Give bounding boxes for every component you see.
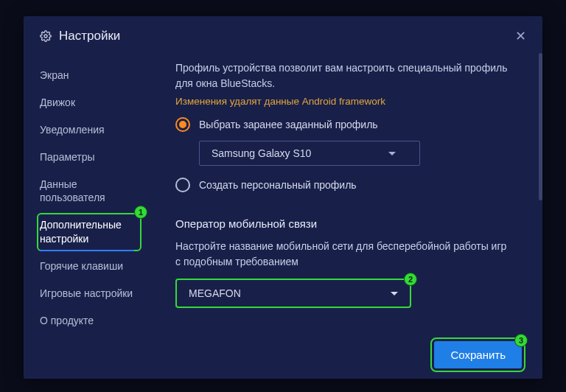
radio-preset-label: Выбрать заранее заданный профиль xyxy=(199,119,378,130)
scroll-inner: Профиль устройства позволит вам настроит… xyxy=(175,53,514,308)
close-icon[interactable]: ✕ xyxy=(512,27,529,46)
sidebar-item-userdata[interactable]: Данные пользователя xyxy=(24,171,155,212)
modal-title: Настройки xyxy=(59,29,120,43)
annotation-badge-1: 1 xyxy=(134,206,147,219)
chevron-down-icon xyxy=(388,152,396,155)
device-profile-desc: Профиль устройства позволит вам настроит… xyxy=(175,60,514,91)
modal-body: Экран Движок Уведомления Параметры Данны… xyxy=(24,53,542,379)
radio-button-selected-icon xyxy=(175,117,190,132)
sidebar-item-hotkeys[interactable]: Горячие клавиши xyxy=(24,253,155,280)
operator-select-wrapper: MEGAFON 2 xyxy=(175,279,411,308)
sidebar-item-game-settings[interactable]: Игровые настройки xyxy=(24,280,155,307)
scrollbar[interactable] xyxy=(539,53,542,200)
device-profile-selected: Samsung Galaxy S10 xyxy=(212,147,311,159)
content-panel: Профиль устройства позволит вам настроит… xyxy=(155,53,542,379)
annotation-badge-3: 3 xyxy=(514,334,528,347)
sidebar-item-screen[interactable]: Экран xyxy=(24,62,155,89)
sidebar-item-label: Дополнительные настройки xyxy=(40,219,122,245)
settings-modal: Настройки ✕ Экран Движок Уведомления Пар… xyxy=(24,16,542,379)
gear-icon xyxy=(40,30,52,42)
radio-button-unselected-icon xyxy=(175,178,190,192)
modal-header: Настройки ✕ xyxy=(24,16,542,53)
radio-custom-label: Создать персональный профиль xyxy=(199,179,357,191)
save-button[interactable]: Сохранить xyxy=(434,341,522,368)
annotation-badge-2: 2 xyxy=(404,273,417,286)
operator-select[interactable]: MEGAFON xyxy=(175,279,411,308)
device-profile-warning: Изменения удалят данные Android framewor… xyxy=(175,96,514,107)
operator-selected: MEGAFON xyxy=(189,287,241,299)
operator-desc: Настройте название мобильной сети для бе… xyxy=(175,239,514,270)
operator-heading: Оператор мобильной связи xyxy=(175,217,514,230)
radio-preset-row[interactable]: Выбрать заранее заданный профиль xyxy=(175,117,514,132)
sidebar-item-notifications[interactable]: Уведомления xyxy=(24,116,155,144)
sidebar: Экран Движок Уведомления Параметры Данны… xyxy=(24,53,155,379)
footer: Сохранить 3 xyxy=(434,341,522,368)
header-left: Настройки xyxy=(40,29,120,43)
sidebar-item-advanced[interactable]: Дополнительные настройки 1 xyxy=(24,211,155,253)
svg-point-0 xyxy=(44,35,47,38)
device-profile-select[interactable]: Samsung Galaxy S10 xyxy=(199,141,420,166)
save-button-wrapper: Сохранить 3 xyxy=(434,341,522,368)
chevron-down-icon xyxy=(391,292,398,295)
radio-custom-row[interactable]: Создать персональный профиль xyxy=(175,178,514,192)
sidebar-item-parameters[interactable]: Параметры xyxy=(24,144,155,171)
sidebar-item-engine[interactable]: Движок xyxy=(24,89,155,116)
sidebar-item-about[interactable]: О продукте xyxy=(24,307,155,335)
